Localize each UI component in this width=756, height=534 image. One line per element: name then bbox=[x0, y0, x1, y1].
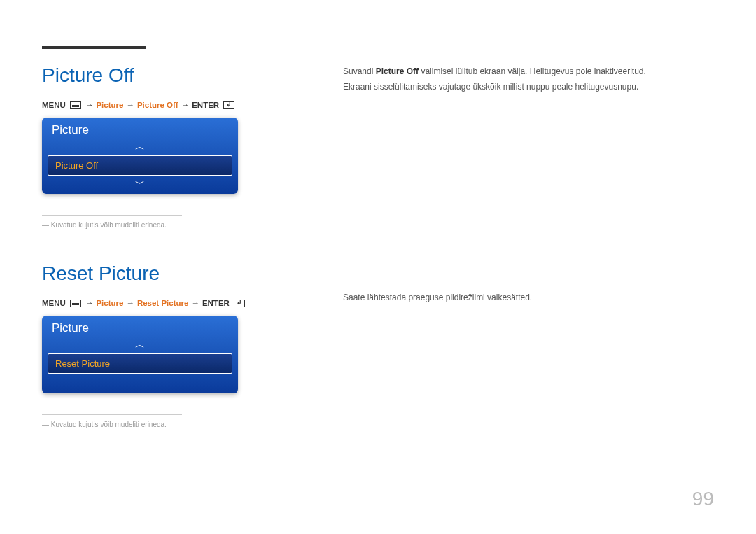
body-text-1-line1: Suvandi Picture Off valimisel lülitub ek… bbox=[343, 64, 714, 80]
nav-target: Reset Picture bbox=[137, 299, 189, 307]
menu-label: MENU bbox=[42, 101, 66, 109]
enter-label: ENTER bbox=[202, 299, 230, 307]
section1-heading: Picture Off bbox=[42, 64, 280, 87]
nav-picture: Picture bbox=[96, 101, 123, 109]
menu-widget-title: Picture bbox=[42, 316, 238, 339]
chevron-down-icon: ﹀ bbox=[42, 178, 238, 190]
arrow-icon: → bbox=[85, 299, 94, 307]
arrow-icon: → bbox=[126, 101, 134, 109]
nav-picture: Picture bbox=[96, 299, 123, 307]
note-divider bbox=[42, 215, 182, 216]
menu-widget-reset-picture: Picture ︿ Reset Picture bbox=[42, 316, 238, 393]
section2-heading: Reset Picture bbox=[42, 262, 280, 285]
header-band bbox=[42, 46, 146, 49]
menu-item-reset-picture[interactable]: Reset Picture bbox=[48, 353, 232, 374]
page: Picture Off MENU → Picture → Picture Off… bbox=[0, 0, 756, 534]
arrow-icon: → bbox=[181, 101, 190, 109]
chevron-up-icon: ︿ bbox=[42, 141, 238, 153]
arrow-icon: → bbox=[126, 299, 134, 307]
enter-label: ENTER bbox=[192, 101, 219, 109]
menu-icon bbox=[70, 300, 81, 307]
body-suffix: valimisel lülitub ekraan välja. Helituge… bbox=[419, 66, 646, 76]
arrow-icon: → bbox=[85, 101, 94, 109]
menu-icon bbox=[70, 101, 81, 109]
arrow-icon: → bbox=[191, 299, 200, 307]
menu-widget-picture-off: Picture ︿ Picture Off ﹀ bbox=[42, 118, 238, 194]
nav-target: Picture Off bbox=[137, 101, 178, 109]
note-text-1: ― Kuvatud kujutis võib mudeliti erineda. bbox=[42, 221, 280, 229]
page-number: 99 bbox=[692, 488, 714, 510]
nav-path-2: MENU → Picture → Reset Picture → ENTER bbox=[42, 299, 280, 307]
body-strong: Picture Off bbox=[376, 66, 419, 76]
note-text-2: ― Kuvatud kujutis võib mudeliti erineda. bbox=[42, 421, 280, 428]
note-divider bbox=[42, 414, 182, 415]
body-prefix: Suvandi bbox=[343, 66, 376, 76]
enter-icon bbox=[223, 101, 234, 109]
right-column: Suvandi Picture Off valimisel lülitub ek… bbox=[343, 64, 714, 428]
menu-item-picture-off[interactable]: Picture Off bbox=[48, 155, 232, 176]
body-text-2: Saate lähtestada praeguse pildirežiimi v… bbox=[343, 290, 714, 306]
left-column: Picture Off MENU → Picture → Picture Off… bbox=[42, 64, 280, 428]
chevron-up-icon: ︿ bbox=[42, 339, 238, 351]
body-text-1-line2: Ekraani sisselülitamiseks vajutage ükskõ… bbox=[343, 80, 714, 95]
enter-icon bbox=[234, 300, 245, 307]
note-label: Kuvatud kujutis võib mudeliti erineda. bbox=[51, 221, 167, 229]
nav-path-1: MENU → Picture → Picture Off → ENTER bbox=[42, 101, 280, 109]
menu-label: MENU bbox=[42, 299, 66, 307]
note-label: Kuvatud kujutis võib mudeliti erineda. bbox=[51, 421, 167, 428]
menu-widget-title: Picture bbox=[42, 118, 238, 141]
content-area: Picture Off MENU → Picture → Picture Off… bbox=[42, 64, 714, 428]
